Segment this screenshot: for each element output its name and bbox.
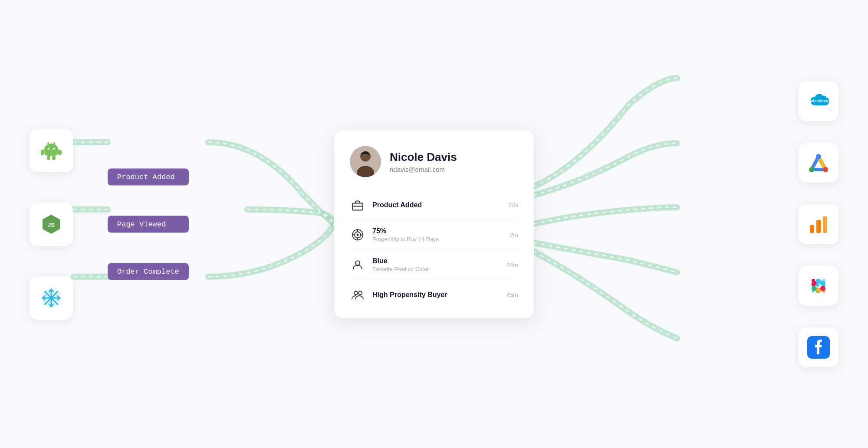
svg-point-70 [820,281,825,286]
item-content-color: Blue Favorite Product Color [372,257,500,272]
item-title-propensity: 75% [372,227,503,235]
svg-point-71 [820,286,825,291]
svg-rect-32 [352,203,363,210]
svg-point-28 [49,296,53,300]
profile-item-color: Blue Favorite Product Color 24m [350,250,518,280]
profile-name: Nicole Davis [390,150,457,164]
source-icon-nodejs: JS [30,203,73,246]
event-tag-product-added: Product Added [108,168,189,185]
svg-point-8 [53,142,55,144]
svg-point-43 [358,291,362,294]
item-title-product-added: Product Added [372,201,501,209]
item-time-color: 24m [506,261,518,268]
svg-rect-11 [47,156,50,160]
svg-point-52 [816,154,821,159]
svg-rect-2 [44,149,58,156]
target-icon [350,227,365,242]
avatar [350,146,381,177]
svg-rect-54 [816,220,821,233]
svg-rect-55 [823,216,827,233]
item-content-propensity: 75% Propensity to Buy 14 Days [372,227,503,242]
profile-email: ndavis@email.com [390,165,457,173]
event-tags-list: Product Added Page Viewed Order Complete [108,168,189,280]
user-icon [350,257,365,272]
svg-point-7 [47,142,49,144]
dest-icon-amplitude [799,204,838,244]
dest-icon-google-ads [799,143,838,183]
svg-text:JS: JS [48,222,55,228]
item-subtitle-color: Favorite Product Color [372,266,500,272]
item-title-buyer: High Propensity Buyer [372,291,500,298]
source-icons-list: JS [30,129,73,320]
profile-info: Nicole Davis ndavis@email.com [390,150,457,173]
item-content-buyer: High Propensity Buyer [372,291,500,298]
main-scene: JS [0,0,868,448]
svg-point-41 [355,261,360,265]
item-time-propensity: 2m [510,231,518,238]
item-subtitle-propensity: Propensity to Buy 14 Days [372,236,503,242]
source-icon-android [30,129,73,172]
svg-point-40 [357,234,359,236]
item-time-product-added: 24s [508,201,518,208]
svg-point-3 [48,148,49,150]
profile-header: Nicole Davis ndavis@email.com [350,146,518,177]
item-time-buyer: 45m [506,291,518,298]
svg-text:salesforce: salesforce [809,99,829,103]
profile-item-buyer: High Propensity Buyer 45m [350,280,518,309]
item-title-color: Blue [372,257,500,265]
event-tag-order-complete: Order Complete [108,263,189,280]
svg-rect-12 [52,156,56,160]
users-icon [350,287,365,302]
svg-point-4 [53,148,55,150]
destination-icons-list: salesforce [799,81,838,367]
source-icon-snowflake [30,276,73,320]
dest-icon-salesforce: salesforce [799,81,838,121]
item-content-product-added: Product Added [372,201,501,209]
dest-icon-slack [799,266,838,306]
dest-icon-facebook [799,327,838,367]
profile-card: Nicole Davis ndavis@email.com Product Ad… [334,130,534,318]
svg-rect-53 [810,225,814,233]
svg-rect-9 [41,150,44,155]
svg-point-51 [823,167,828,172]
svg-point-42 [354,291,358,294]
event-tag-page-viewed: Page Viewed [108,216,189,232]
profile-item-product-added: Product Added 24s [350,190,518,220]
profile-item-propensity: 75% Propensity to Buy 14 Days 2m [350,220,518,250]
briefcase-icon [350,197,365,213]
svg-point-50 [809,167,814,172]
svg-rect-10 [58,150,62,155]
